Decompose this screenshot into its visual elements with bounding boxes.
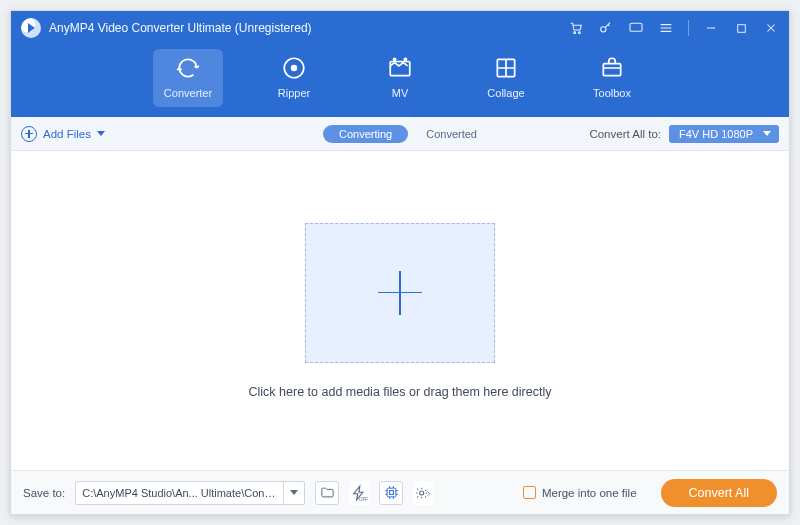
converter-icon bbox=[175, 55, 201, 81]
tab-converting[interactable]: Converting bbox=[323, 125, 408, 143]
nav-label: Toolbox bbox=[593, 87, 631, 99]
add-files-button[interactable]: Add Files bbox=[21, 126, 105, 142]
maximize-button[interactable] bbox=[733, 20, 749, 36]
app-logo-icon bbox=[21, 18, 41, 38]
secondary-bar: Add Files Converting Converted Convert A… bbox=[11, 117, 789, 151]
nav-label: Ripper bbox=[278, 87, 310, 99]
save-path-value: C:\AnyMP4 Studio\An... Ultimate\Converte… bbox=[82, 487, 277, 499]
settings-button[interactable] bbox=[413, 481, 433, 505]
titlebar-actions bbox=[568, 20, 779, 36]
mv-icon bbox=[387, 55, 413, 81]
window-title: AnyMP4 Video Converter Ultimate (Unregis… bbox=[49, 21, 312, 35]
gpu-accel-button[interactable] bbox=[379, 481, 403, 505]
convert-all-to-label: Convert All to: bbox=[589, 128, 661, 140]
svg-point-2 bbox=[601, 27, 606, 32]
key-icon[interactable] bbox=[598, 20, 614, 36]
feedback-icon[interactable] bbox=[628, 20, 644, 36]
svg-point-0 bbox=[574, 32, 576, 34]
nav-tab-collage[interactable]: Collage bbox=[471, 49, 541, 107]
convert-all-to: Convert All to: F4V HD 1080P bbox=[589, 125, 779, 143]
nav-label: Converter bbox=[164, 87, 212, 99]
file-dropzone[interactable] bbox=[305, 223, 495, 363]
merge-label: Merge into one file bbox=[542, 487, 637, 499]
collage-icon bbox=[493, 55, 519, 81]
close-button[interactable] bbox=[763, 20, 779, 36]
merge-checkbox[interactable]: Merge into one file bbox=[523, 486, 637, 499]
svg-rect-11 bbox=[603, 64, 620, 76]
divider bbox=[283, 482, 284, 504]
nav-tab-ripper[interactable]: Ripper bbox=[259, 49, 329, 107]
nav-tab-toolbox[interactable]: Toolbox bbox=[577, 49, 647, 107]
main-area: Click here to add media files or drag th… bbox=[11, 151, 789, 470]
dropzone-hint: Click here to add media files or drag th… bbox=[249, 385, 552, 399]
nav-label: MV bbox=[392, 87, 409, 99]
hardware-accel-toggle[interactable]: OFF bbox=[349, 481, 369, 505]
plus-icon bbox=[378, 271, 422, 315]
titlebar: AnyMP4 Video Converter Ultimate (Unregis… bbox=[11, 11, 789, 45]
save-to-label: Save to: bbox=[23, 487, 65, 499]
toolbox-icon bbox=[599, 55, 625, 81]
add-files-label: Add Files bbox=[43, 128, 91, 140]
chevron-down-icon bbox=[290, 490, 298, 495]
save-path-select[interactable]: C:\AnyMP4 Studio\An... Ultimate\Converte… bbox=[75, 481, 305, 505]
titlebar-divider bbox=[688, 20, 689, 36]
chevron-down-icon bbox=[97, 131, 105, 136]
convert-all-button[interactable]: Convert All bbox=[661, 479, 777, 507]
svg-rect-13 bbox=[387, 488, 396, 497]
nav-tab-mv[interactable]: MV bbox=[365, 49, 435, 107]
svg-point-9 bbox=[404, 58, 406, 60]
output-format-value: F4V HD 1080P bbox=[679, 128, 753, 140]
svg-point-15 bbox=[420, 491, 424, 495]
menu-icon[interactable] bbox=[658, 20, 674, 36]
nav-label: Collage bbox=[487, 87, 524, 99]
svg-point-6 bbox=[291, 65, 298, 72]
app-window: AnyMP4 Video Converter Ultimate (Unregis… bbox=[10, 10, 790, 515]
open-folder-button[interactable] bbox=[315, 481, 339, 505]
header: AnyMP4 Video Converter Ultimate (Unregis… bbox=[11, 11, 789, 117]
ripper-icon bbox=[281, 55, 307, 81]
svg-text:OFF: OFF bbox=[359, 497, 368, 502]
minimize-button[interactable] bbox=[703, 20, 719, 36]
svg-point-1 bbox=[578, 32, 580, 34]
svg-rect-4 bbox=[737, 24, 745, 32]
chevron-down-icon bbox=[763, 131, 771, 136]
footer-bar: Save to: C:\AnyMP4 Studio\An... Ultimate… bbox=[11, 470, 789, 514]
output-format-select[interactable]: F4V HD 1080P bbox=[669, 125, 779, 143]
svg-rect-14 bbox=[389, 491, 393, 495]
status-tabs: Converting Converted bbox=[323, 125, 477, 143]
tab-converted[interactable]: Converted bbox=[426, 128, 477, 140]
svg-point-8 bbox=[394, 58, 396, 60]
main-nav: Converter Ripper MV Collage bbox=[11, 45, 789, 117]
plus-circle-icon bbox=[21, 126, 37, 142]
cart-icon[interactable] bbox=[568, 20, 584, 36]
nav-tab-converter[interactable]: Converter bbox=[153, 49, 223, 107]
checkbox-icon bbox=[523, 486, 536, 499]
